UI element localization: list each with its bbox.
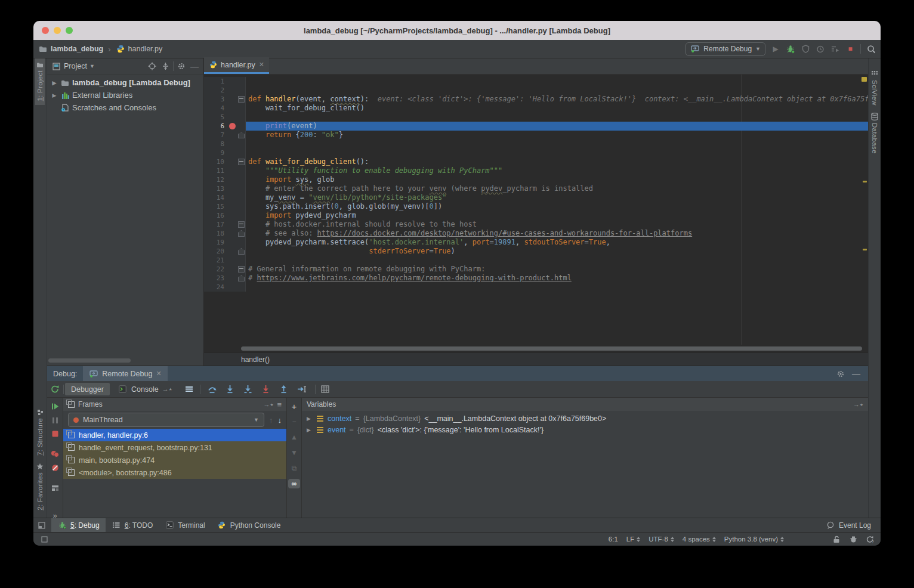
fold-marker-icon[interactable] (238, 266, 245, 273)
error-stripe-mark[interactable] (861, 77, 867, 82)
gutter-icon-cell[interactable] (227, 256, 237, 265)
tab-console[interactable]: Console→٭ (112, 383, 178, 395)
tool-window-button-terminal[interactable]: Terminal (159, 518, 211, 532)
error-stripe-mark[interactable] (863, 181, 867, 182)
stripe-button--project[interactable]: 1: Project (35, 58, 45, 105)
code-line[interactable]: 5 (204, 113, 868, 122)
status-item-python-3-8-venv-[interactable]: Python 3.8 (venv) (724, 536, 784, 543)
code-line[interactable]: 2 (204, 86, 868, 95)
locate-file-icon[interactable] (147, 61, 158, 72)
fold-marker-icon[interactable] (238, 248, 245, 255)
code-line[interactable]: 10def wait_for_debug_client(): (204, 157, 868, 166)
layout-menu-icon[interactable] (184, 385, 194, 394)
fold-gutter[interactable] (237, 211, 246, 220)
previous-frame-icon[interactable]: ↑ (269, 416, 273, 425)
run-with-profiler-icon[interactable] (830, 44, 840, 54)
editor-horizontal-scrollbar[interactable] (204, 345, 868, 352)
code-line[interactable]: 1 (204, 77, 868, 86)
line-number[interactable]: 22 (204, 265, 227, 274)
gutter-icon-cell[interactable] (227, 247, 237, 256)
code-text[interactable]: sys.path.insert(0, glob.glob(my_venv)[0]… (246, 202, 868, 211)
fold-gutter[interactable] (237, 184, 246, 193)
code-text[interactable]: return {200: "ok"} (246, 131, 868, 140)
move-up-icon[interactable]: ▲ (289, 432, 299, 442)
code-line[interactable]: 22# General information on remote debugg… (204, 265, 868, 274)
code-line[interactable]: 17 # host.docker.internal should resolve… (204, 220, 868, 229)
gutter-icon-cell[interactable] (227, 86, 237, 95)
lock-icon[interactable] (832, 534, 841, 544)
evaluate-expression-icon[interactable] (320, 385, 330, 394)
gutter-icon-cell[interactable] (227, 104, 237, 113)
breakpoint-dot[interactable] (229, 123, 236, 129)
fold-gutter[interactable] (237, 265, 246, 274)
fold-marker-icon[interactable] (238, 159, 245, 165)
line-number[interactable]: 12 (204, 175, 227, 184)
hide-panel-icon[interactable]: — (189, 61, 200, 72)
line-number[interactable]: 19 (204, 238, 227, 247)
code-line[interactable]: 6 print(event) (204, 122, 868, 131)
editor-tab-handler[interactable]: handler.py ✕ (204, 57, 269, 74)
fold-gutter[interactable] (237, 238, 246, 247)
pin-icon[interactable]: →٭ (263, 401, 273, 408)
fold-gutter[interactable] (237, 202, 246, 211)
fold-gutter[interactable] (237, 148, 246, 157)
gutter-icon-cell[interactable] (227, 220, 237, 229)
fold-gutter[interactable] (237, 283, 246, 292)
profiler-icon[interactable] (816, 44, 825, 54)
restore-layout-icon[interactable] (50, 485, 60, 491)
variable-row[interactable]: ▶event = {dict} <class 'dict'>: {'messag… (302, 424, 868, 435)
step-over-icon[interactable] (208, 385, 217, 394)
code-line[interactable]: 14 my_venv = "venv/lib/python*/site-pack… (204, 193, 868, 202)
line-number[interactable]: 1 (204, 77, 227, 86)
fold-gutter[interactable] (237, 95, 246, 104)
frame-row[interactable]: handler, handler.py:6 (63, 429, 286, 441)
line-number[interactable]: 9 (204, 148, 227, 157)
code-text[interactable]: # enter the correct path here to your ve… (246, 184, 868, 193)
code-line[interactable]: 20 stderrToServer=True) (204, 247, 868, 256)
line-number[interactable]: 18 (204, 229, 227, 238)
gutter-icon-cell[interactable] (227, 122, 237, 131)
code-line[interactable]: 24 (204, 283, 868, 292)
fold-gutter[interactable] (237, 247, 246, 256)
frame-row[interactable]: <module>, bootstrap.py:486 (63, 466, 286, 479)
code-text[interactable] (246, 113, 868, 122)
code-text[interactable]: print(event) (246, 122, 868, 131)
code-text[interactable]: wait_for_debug_client() (246, 104, 868, 113)
gutter-icon-cell[interactable] (227, 211, 237, 220)
tool-window-button-debug[interactable]: 5: Debug (51, 518, 106, 532)
fold-gutter[interactable] (237, 122, 246, 131)
line-number[interactable]: 14 (204, 193, 227, 202)
code-text[interactable]: def wait_for_debug_client(): (246, 157, 868, 166)
tool-window-quick-access-icon[interactable] (39, 534, 49, 544)
line-number[interactable]: 3 (204, 95, 227, 104)
project-horizontal-scrollbar[interactable] (48, 358, 131, 363)
line-number[interactable]: 24 (204, 283, 227, 292)
stripe-button-database[interactable]: Database (870, 109, 879, 157)
inspections-profile-icon[interactable] (848, 534, 858, 544)
search-everywhere-icon[interactable] (866, 44, 876, 54)
settings-gear-icon[interactable] (836, 369, 845, 379)
code-text[interactable]: # see also: https://docs.docker.com/desk… (246, 229, 868, 238)
code-text[interactable]: pydevd_pycharm.settrace('host.docker.int… (246, 238, 868, 247)
fold-gutter[interactable] (237, 140, 246, 148)
fold-gutter[interactable] (237, 274, 246, 283)
code-line[interactable]: 4 wait_for_debug_client() (204, 104, 868, 113)
code-line[interactable]: 7 return {200: "ok"} (204, 131, 868, 140)
gutter-icon-cell[interactable] (227, 175, 237, 184)
stop-icon[interactable] (50, 431, 60, 437)
resume-icon[interactable] (50, 403, 60, 410)
gutter-icon-cell[interactable] (227, 148, 237, 157)
frame-row[interactable]: handle_event_request, bootstrap.py:131 (63, 441, 286, 454)
breadcrumb-project[interactable]: lambda_debug (51, 45, 103, 53)
gutter-icon-cell[interactable] (227, 238, 237, 247)
code-line[interactable]: 21 (204, 256, 868, 265)
fold-gutter[interactable] (237, 86, 246, 95)
gutter-icon-cell[interactable] (227, 140, 237, 148)
fold-marker-icon[interactable] (238, 132, 245, 138)
project-panel-title[interactable]: Project (64, 62, 87, 70)
code-text[interactable]: # General information on remote debuggin… (246, 265, 868, 274)
code-line[interactable]: 3def handler(event, context): event: <cl… (204, 95, 868, 104)
fold-gutter[interactable] (237, 104, 246, 113)
line-number[interactable]: 8 (204, 140, 227, 148)
line-number[interactable]: 2 (204, 86, 227, 95)
